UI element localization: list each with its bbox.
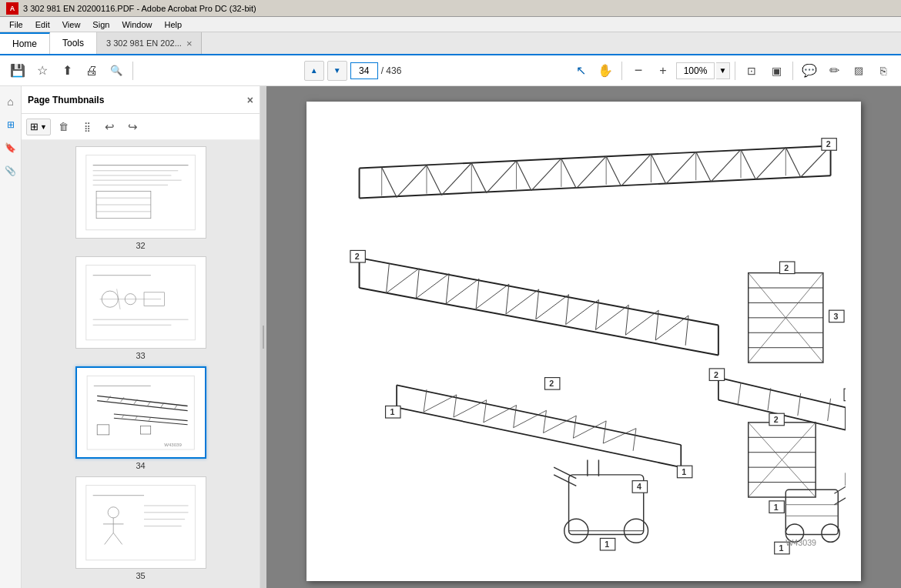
menu-sign[interactable]: Sign — [86, 18, 116, 31]
hand-icon: ✋ — [598, 63, 613, 78]
pdf-viewer[interactable]: 2 — [266, 86, 901, 588]
svg-rect-0 — [86, 155, 196, 229]
pen-icon: ✏ — [829, 63, 839, 78]
thumbnail-columns-button[interactable]: ⣿ — [77, 117, 97, 137]
thumbnails-panel-icon: ⊞ — [7, 119, 15, 130]
menu-view[interactable]: View — [56, 18, 87, 31]
sidebar-icon-thumbnails[interactable]: ⊞ — [2, 115, 20, 134]
print-button[interactable]: 🖨 — [80, 59, 103, 82]
zoom-out-button[interactable]: − — [627, 59, 650, 82]
thumbnail-svg-34: W43039 — [83, 373, 198, 453]
thumbnail-panel: Page Thumbnails × ⊞ ▼ 🗑 ⣿ ↩ ↪ — [22, 86, 260, 588]
current-page-input[interactable] — [350, 62, 378, 79]
sidebar-icon-attachment[interactable]: 📎 — [2, 162, 20, 180]
share-button[interactable]: ⬆ — [55, 59, 79, 82]
total-pages-label: / 436 — [381, 65, 402, 76]
toolbar-sep-1 — [132, 62, 133, 80]
fit-width-button[interactable]: ▣ — [765, 59, 788, 82]
thumbnail-grid-icon: ⊞ — [30, 121, 39, 132]
share-icon: ⬆ — [62, 63, 72, 78]
highlight-button[interactable]: ▨ — [847, 59, 870, 82]
home-panel-icon: ⌂ — [7, 95, 13, 108]
thumbnail-panel-close-button[interactable]: × — [247, 94, 253, 106]
zoom-in-icon: + — [659, 64, 666, 78]
window-title: 3 302 981 EN 20200116.PDF - Adobe Acroba… — [23, 4, 256, 13]
menu-help[interactable]: Help — [159, 18, 189, 31]
pen-button[interactable]: ✏ — [822, 59, 846, 82]
thumbnail-label-34: 34 — [136, 461, 145, 470]
thumbnail-item-34[interactable]: W43039 34 — [28, 366, 253, 470]
zoom-dropdown-icon: ▼ — [719, 66, 727, 75]
tab-home-label: Home — [12, 38, 37, 49]
thumbnail-svg-32 — [82, 152, 199, 233]
svg-text:3: 3 — [833, 312, 838, 321]
svg-text:2: 2 — [355, 252, 360, 261]
thumbnail-panel-header: Page Thumbnails × — [22, 86, 260, 114]
thumbnail-label-35: 35 — [136, 571, 145, 580]
menu-edit[interactable]: Edit — [29, 18, 56, 31]
comment-button[interactable]: 💬 — [798, 59, 821, 82]
svg-text:1: 1 — [774, 503, 779, 512]
fit-page-button[interactable]: ⊡ — [740, 59, 763, 82]
tab-bar: Home Tools 3 302 981 EN 202... × — [0, 32, 901, 55]
thumbnail-image-34: W43039 — [75, 366, 206, 459]
zoom-out-icon: − — [635, 62, 643, 79]
tab-close-button[interactable]: × — [186, 38, 193, 49]
menu-window[interactable]: Window — [116, 18, 158, 31]
bookmark-panel-icon: 🔖 — [5, 142, 16, 153]
print-icon: 🖨 — [85, 64, 98, 78]
panel-resize-handle[interactable] — [260, 86, 266, 588]
tab-home[interactable]: Home — [0, 32, 50, 54]
fit-width-icon: ▣ — [772, 65, 782, 77]
thumbnail-dropdown-arrow: ▼ — [40, 123, 47, 131]
thumbnail-panel-title: Page Thumbnails — [28, 95, 247, 105]
tab-document-label: 3 302 981 EN 202... — [106, 38, 182, 48]
tab-tools[interactable]: Tools — [50, 32, 97, 54]
thumbnail-item-33[interactable]: 33 — [28, 256, 253, 360]
thumbnail-item-32[interactable]: 32 — [28, 146, 253, 250]
thumbnail-size-dropdown[interactable]: ⊞ ▼ — [26, 119, 51, 135]
zoom-dropdown-button[interactable]: ▼ — [716, 62, 730, 79]
svg-text:W43039: W43039 — [164, 441, 182, 446]
thumbnail-delete-button[interactable]: 🗑 — [54, 117, 74, 137]
magnify-icon: 🔍 — [110, 65, 122, 76]
svg-text:2: 2 — [774, 415, 779, 424]
cursor-icon: ↖ — [576, 63, 586, 78]
page-up-button[interactable]: ▲ — [304, 61, 324, 81]
thumbnail-svg-35 — [82, 482, 199, 563]
magnify-button[interactable]: 🔍 — [105, 59, 128, 82]
bookmark-button[interactable]: ☆ — [31, 59, 54, 82]
zoom-input[interactable] — [676, 62, 715, 79]
tab-tools-label: Tools — [62, 38, 84, 48]
svg-rect-37 — [86, 485, 196, 560]
menu-bar: File Edit View Sign Window Help — [0, 17, 901, 32]
svg-text:2: 2 — [826, 139, 831, 149]
svg-text:1: 1 — [390, 407, 394, 416]
tab-document[interactable]: 3 302 981 EN 202... × — [97, 32, 202, 54]
svg-text:W43039: W43039 — [785, 538, 816, 547]
page-down-button[interactable]: ▼ — [327, 61, 347, 81]
highlight-icon: ▨ — [854, 65, 863, 76]
thumbnail-undo-button[interactable]: ↩ — [100, 117, 120, 137]
thumbnail-list: 32 — [22, 140, 260, 588]
svg-text:2: 2 — [784, 263, 789, 272]
cursor-tool-button[interactable]: ↖ — [569, 59, 592, 82]
svg-text:1: 1 — [779, 543, 784, 553]
sidebar-icon-home[interactable]: ⌂ — [2, 92, 20, 111]
thumbnail-image-33 — [75, 256, 206, 349]
save-button[interactable]: 💾 — [6, 59, 29, 82]
thumbnail-redo-button[interactable]: ↪ — [123, 117, 143, 137]
stamp-button[interactable]: ⎘ — [872, 59, 895, 82]
sidebar-icon-bookmark[interactable]: 🔖 — [2, 139, 20, 157]
thumbnail-image-32 — [75, 146, 206, 239]
zoom-in-button[interactable]: + — [651, 59, 675, 82]
left-sidebar: ⌂ ⊞ 🔖 📎 — [0, 86, 22, 588]
svg-text:1: 1 — [605, 540, 609, 549]
app-icon: A — [6, 2, 18, 15]
page-up-icon: ▲ — [310, 66, 318, 75]
fit-page-icon: ⊡ — [747, 65, 756, 77]
menu-file[interactable]: File — [3, 18, 29, 31]
hand-tool-button[interactable]: ✋ — [594, 59, 617, 82]
toolbar-sep-2 — [621, 62, 622, 80]
thumbnail-item-35[interactable]: 35 — [28, 476, 253, 580]
